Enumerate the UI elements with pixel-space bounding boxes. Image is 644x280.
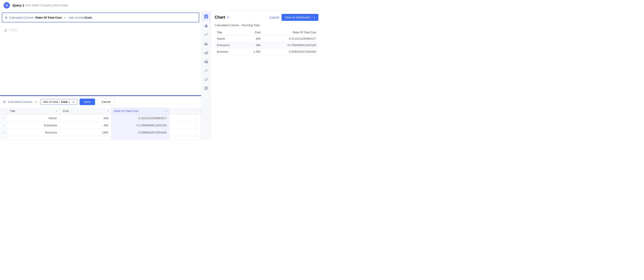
row-2-ratio: 0.17994858611825193: [111, 122, 170, 129]
svg-point-19: [206, 69, 207, 70]
svg-point-23: [206, 78, 208, 80]
svg-rect-17: [207, 60, 208, 61]
row-num-header: [0, 107, 7, 115]
pill-prefix: ratio of total (: [43, 100, 60, 103]
chart-row-2-cost: 490: [244, 42, 263, 49]
pill-arg: Cost: [61, 100, 68, 103]
formula-arg: Cost: [85, 16, 91, 19]
col-cost-label: Cost: [62, 109, 69, 113]
chart-subtitle: Calculated Column - Running Total: [215, 24, 318, 27]
svg-rect-10: [206, 42, 206, 45]
stacked-chart-icon[interactable]: [202, 57, 210, 65]
svg-rect-11: [207, 44, 208, 45]
chart-row-3-ratio: 0.5086301872934264: [263, 49, 318, 55]
edit-pencil-icon[interactable]: ✏: [227, 16, 230, 19]
chart-table-header: Title Cost Ratio Of Total Cost: [215, 30, 318, 36]
chart-row-1: Starter 848 0.3114212265883217: [215, 36, 318, 42]
row-2-empty1: [170, 122, 196, 129]
col-title-label: Title: [10, 109, 15, 113]
chart-col-ratio: Ratio Of Total Cost: [263, 30, 318, 36]
svg-rect-1: [5, 29, 6, 32]
row-1-empty2: [196, 115, 201, 122]
save-to-dashboard-button[interactable]: Save to Dashboard ▾: [282, 14, 318, 21]
edit-icon: ⊞: [3, 100, 6, 103]
chart-row-2: Enterprise 490 0.17994858611825193: [215, 42, 318, 49]
header-row: Title ▾ Cost ▾ Ratio Of: [0, 107, 201, 115]
edit-bar: ⊞ Calculated Column = ratio of total ( C…: [0, 96, 201, 107]
bubble-icon[interactable]: [202, 75, 210, 83]
formula-close: ): [91, 16, 92, 19]
chart-placeholder-icon: [4, 28, 8, 32]
calc-col-name: Ratio Of Total Cost: [36, 16, 62, 19]
col-header-empty2: [196, 107, 201, 115]
svg-point-18: [204, 71, 206, 71]
chart-col-title: Title: [215, 30, 244, 36]
svg-point-20: [207, 70, 208, 71]
area-chart-icon[interactable]: [202, 48, 210, 56]
svg-rect-4: [204, 16, 206, 17]
svg-rect-5: [206, 16, 208, 17]
row-3-ratio: 0.5086301872934264: [111, 129, 170, 136]
chart-placeholder-label: Chart: [10, 28, 17, 32]
col-title-chevron[interactable]: ▾: [56, 110, 57, 112]
formula-text: ratio of total(: [69, 16, 85, 19]
edit-calc-label: Calculated Column: [8, 100, 32, 103]
formula-eq-top: =: [64, 16, 66, 19]
bar-chart-icon[interactable]: [202, 22, 210, 30]
row-2-title: Enterprise: [7, 122, 60, 129]
data-table-container: Title ▾ Cost ▾ Ratio Of: [0, 107, 201, 140]
chart-placeholder: Chart: [4, 28, 17, 32]
col-header-ratio[interactable]: Ratio Of Total Cost ▾: [111, 107, 170, 115]
row-2-empty2: [196, 122, 201, 129]
cancel-top-button[interactable]: Cancel: [270, 16, 279, 19]
col-cost-chevron[interactable]: ▾: [107, 110, 108, 112]
pill-suffix: ): [69, 100, 70, 103]
right-sidebar: Chart ✏ Cancel Save to Dashboard ▾ Calcu…: [201, 11, 322, 140]
table-row: 1 Starter 848 0.3114212265883217: [0, 115, 201, 122]
row-3-empty1: [170, 129, 196, 136]
chart-row-2-title: Enterprise: [215, 42, 244, 49]
formula-cancel-button[interactable]: Cancel: [97, 98, 115, 105]
svg-rect-2: [6, 29, 7, 32]
row-3-cost: 1385: [60, 129, 111, 136]
logo-text: O: [6, 4, 8, 7]
chart-display-area: Chart: [0, 24, 201, 95]
table-header: Title ▾ Cost ▾ Ratio Of: [0, 107, 201, 115]
icon-rail: [201, 11, 211, 140]
app-logo: O: [4, 2, 10, 9]
globe-icon[interactable]: [202, 84, 210, 92]
row-empty-num: [0, 136, 7, 140]
svg-rect-13: [204, 60, 205, 61]
formula-pill[interactable]: ratio of total ( Cost ) ✕: [40, 99, 77, 105]
col-ratio-chevron[interactable]: ▾: [166, 110, 166, 112]
line-chart-icon[interactable]: [202, 31, 210, 39]
pill-remove-button[interactable]: ✕: [72, 100, 75, 104]
chart-header-actions: Cancel Save to Dashboard ▾: [270, 14, 318, 21]
chart-row-2-ratio: 0.17994858611825193: [263, 42, 318, 49]
svg-rect-6: [204, 18, 206, 18]
chart-col-cost: Cost: [244, 30, 263, 36]
datasource-name: SaaS Company Demo Data: [32, 4, 68, 7]
chart-panel-title: Chart: [215, 15, 225, 20]
row-1-empty1: [170, 115, 196, 122]
formula-bar-top: ⊞ Calculated Column Ratio Of Total Cost …: [2, 13, 199, 22]
row-3-title: Business: [7, 129, 60, 136]
chart-header: Chart ✏ Cancel Save to Dashboard ▾: [215, 14, 318, 21]
chart-row-3: Business 1,385 0.5086301872934264: [215, 49, 318, 55]
col-header-cost[interactable]: Cost ▾: [60, 107, 111, 115]
table-row: 2 Enterprise 490 0.17994858611825193: [0, 122, 201, 129]
from-label: from: [25, 4, 31, 7]
scatter-icon[interactable]: [202, 66, 210, 74]
table-row: 3 Business 1385 0.5086301872934264: [0, 129, 201, 136]
chart-row-1-cost: 848: [244, 36, 263, 42]
save-dashboard-caret[interactable]: ▾: [312, 16, 315, 19]
row-empty-ratio: [111, 136, 170, 140]
svg-rect-12: [204, 62, 205, 63]
row-1-cost: 848: [60, 115, 111, 122]
col-header-title[interactable]: Title ▾: [7, 107, 60, 115]
formula-save-button[interactable]: Save: [80, 99, 95, 105]
column-chart-icon[interactable]: [202, 39, 210, 48]
table-body: 1 Starter 848 0.3114212265883217 2 Enter…: [0, 115, 201, 140]
table-icon[interactable]: [202, 13, 210, 21]
row-2-cost: 490: [60, 122, 111, 129]
